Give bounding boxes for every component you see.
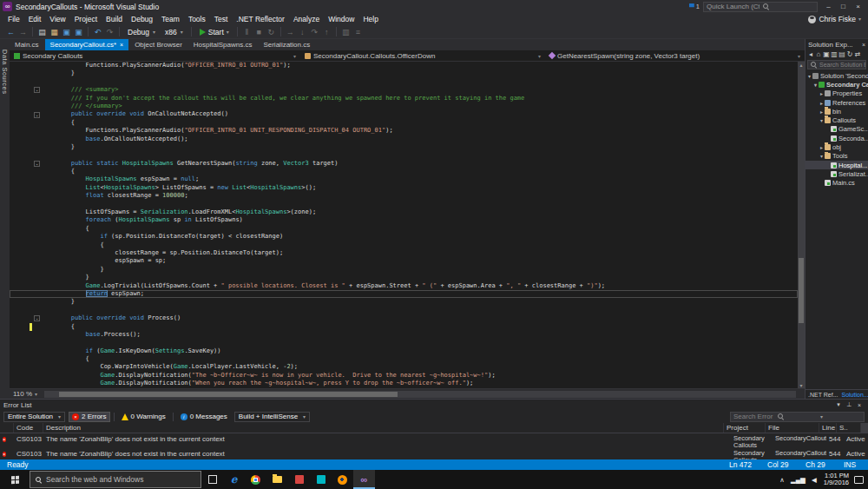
menu-edit[interactable]: Edit <box>24 13 46 25</box>
menu-view[interactable]: View <box>45 13 69 25</box>
menu-file[interactable]: File <box>3 13 24 25</box>
step-out-icon[interactable]: ↑ <box>321 26 332 37</box>
close-icon[interactable]: × <box>862 42 865 48</box>
tree-expanded-icon[interactable]: ▾ <box>812 82 819 88</box>
restart-icon[interactable]: ↻ <box>266 26 277 37</box>
type-dropdown[interactable]: SecondaryCallout.Callouts.OfficerDown ▾ <box>300 50 545 61</box>
tree-item-callouts[interactable]: ▾Callouts <box>806 116 868 124</box>
fold-collapse-icon[interactable]: - <box>34 112 40 118</box>
tool-tab-net-ref[interactable]: .NET Ref... <box>808 392 838 398</box>
scope-dropdown[interactable]: Entire Solution ▾ <box>3 412 65 422</box>
code-line[interactable]: Functions.PlayScannerAudio("OFFICER_INTR… <box>10 62 798 69</box>
tree-item-main-cs[interactable]: Main.cs <box>806 179 868 188</box>
store-icon[interactable] <box>310 470 332 489</box>
code-editor[interactable]: Functions.PlayScannerAudio("OFFICER_INTR… <box>10 62 798 388</box>
code-line[interactable]: foreach (HospitalSpawns sp in ListOfSpaw… <box>10 216 798 224</box>
code-line[interactable]: ListOfSpawns = Serialization.LoadFromXML… <box>10 208 798 216</box>
menu-project[interactable]: Project <box>70 13 102 25</box>
code-line[interactable]: float closestRange = 100000; <box>10 192 798 200</box>
user-account-button[interactable]: Chris Fiske ▾ <box>808 15 865 23</box>
tree-item-properties[interactable]: ▸Properties <box>806 89 868 98</box>
open-file-icon[interactable]: ▦ <box>49 26 60 37</box>
break-all-icon[interactable]: ‖ <box>241 26 253 37</box>
menu-test[interactable]: Test <box>210 13 233 25</box>
step-into-icon[interactable]: ↓ <box>297 26 308 37</box>
errors-filter-button[interactable]: × 2 Errors <box>69 412 109 422</box>
chrome-icon[interactable] <box>245 470 266 489</box>
scroll-up-icon[interactable]: ▴ <box>798 62 805 68</box>
tree-expanded-icon[interactable]: ▾ <box>819 153 825 159</box>
nav-forward-icon[interactable]: → <box>17 26 29 37</box>
code-line[interactable] <box>10 201 798 208</box>
editor-horizontal-scrollbar[interactable]: 110 % ▾ <box>10 388 805 399</box>
member-dropdown[interactable]: GetNearestSpawn(string zone, Vector3 tar… <box>545 50 805 61</box>
code-line[interactable]: Cop.WarpIntoVehicle(Game.LocalPlayer.Las… <box>10 363 798 371</box>
code-line[interactable]: } <box>10 298 798 306</box>
maximize-button[interactable]: □ <box>836 1 851 12</box>
task-view-icon[interactable] <box>201 470 223 489</box>
start-button[interactable] <box>0 470 30 489</box>
network-icon[interactable]: ▂▄▆ <box>791 476 806 484</box>
collapse-all-icon[interactable]: ▣ <box>823 50 830 58</box>
back-icon[interactable]: ◂ <box>807 50 814 58</box>
new-file-icon[interactable]: ▤ <box>36 26 48 37</box>
firefox-icon[interactable] <box>332 470 353 489</box>
home-icon[interactable]: ⌂ <box>815 50 822 58</box>
fold-collapse-icon[interactable]: - <box>34 161 40 167</box>
code-line[interactable]: Game.DisplayNotification("The ~b~Officer… <box>10 372 798 380</box>
code-line[interactable]: /// If you don't accept the callout this… <box>10 95 798 102</box>
column-code[interactable]: Code <box>14 423 43 433</box>
minimize-button[interactable]: – <box>821 1 836 12</box>
tree-item-obj[interactable]: ▸obj <box>806 142 868 151</box>
code-line[interactable]: } <box>10 143 798 151</box>
taskbar-search-input[interactable]: Search the web and Windows <box>30 471 201 488</box>
warnings-filter-button[interactable]: 0 Warnings <box>118 412 169 422</box>
column-line[interactable]: Line <box>819 423 837 433</box>
code-line[interactable]: if (sp.Position.DistanceTo(target) < clo… <box>10 233 798 241</box>
tab-secondarycallout-cs[interactable]: SecondaryCallout.cs*× <box>45 39 129 50</box>
tree-expanded-icon[interactable]: ▾ <box>806 73 812 79</box>
tab-serialization-cs[interactable]: Serialization.cs <box>258 39 315 50</box>
photos-icon[interactable] <box>288 470 310 489</box>
code-line[interactable]: { <box>10 225 798 233</box>
fold-collapse-icon[interactable]: - <box>34 87 40 93</box>
undo-icon[interactable]: ↶ <box>92 26 103 37</box>
code-line[interactable]: - public override void Process() <box>10 314 798 322</box>
menu-window[interactable]: Window <box>324 13 358 25</box>
solution-search-input[interactable]: Search Solution E... <box>807 60 866 69</box>
messages-filter-button[interactable]: i 0 Messages <box>177 412 231 422</box>
scrollbar-thumb[interactable] <box>59 392 398 397</box>
error-list-titlebar[interactable]: Error List ▾ ⊥ × <box>0 400 868 410</box>
code-line[interactable]: espSpawn = sp; <box>10 257 798 265</box>
menu-team[interactable]: Team <box>157 13 184 25</box>
tree-collapsed-icon[interactable]: ▸ <box>819 109 825 115</box>
code-line[interactable]: List<HospitalSpawns> ListOfSpawns = new … <box>10 184 798 192</box>
menu-analyze[interactable]: Analyze <box>289 13 324 25</box>
taskbar-clock[interactable]: 1:01 PM 1/9/2016 <box>824 472 849 487</box>
tab-object-browser[interactable]: Object Browser <box>129 39 187 50</box>
refresh-icon[interactable]: ↻ <box>846 50 853 58</box>
code-line[interactable]: - /// <summary> <box>10 86 798 94</box>
notifications-button[interactable]: 1 <box>689 3 700 10</box>
code-line[interactable] <box>10 307 798 314</box>
error-row[interactable]: ×CS0103The name 'ZonahBlip' does not exi… <box>0 448 868 459</box>
error-row[interactable]: ×CS0103The name 'ZonahBlip' does not exi… <box>0 433 868 448</box>
tree-item-seconda[interactable]: Seconda... <box>806 134 868 142</box>
column-project[interactable]: Project <box>724 423 766 433</box>
tree-expanded-icon[interactable]: ▾ <box>819 117 825 123</box>
column-severity[interactable] <box>0 423 14 433</box>
menu-build[interactable]: Build <box>102 13 127 25</box>
tree-collapsed-icon[interactable]: ▸ <box>819 100 825 106</box>
quick-launch-input[interactable]: Quick Launch (Ctrl+Q) <box>703 2 818 12</box>
scrollbar[interactable] <box>861 423 868 433</box>
tab-main-cs[interactable]: Main.cs <box>10 39 44 50</box>
tree-item-solution-secondar[interactable]: ▾Solution 'Secondar... <box>806 71 868 80</box>
code-line[interactable] <box>10 151 798 159</box>
error-search-input[interactable]: Search Error List ▾ <box>730 412 865 422</box>
code-line[interactable]: return espSpawn; <box>10 290 798 298</box>
close-button[interactable]: × <box>851 1 865 12</box>
tree-item-hospital[interactable]: Hospital... <box>806 161 868 169</box>
edge-icon[interactable]: e <box>223 470 245 489</box>
solution-configurations-dropdown[interactable]: Debug▾ <box>123 26 160 37</box>
column-file[interactable]: File <box>766 423 819 433</box>
